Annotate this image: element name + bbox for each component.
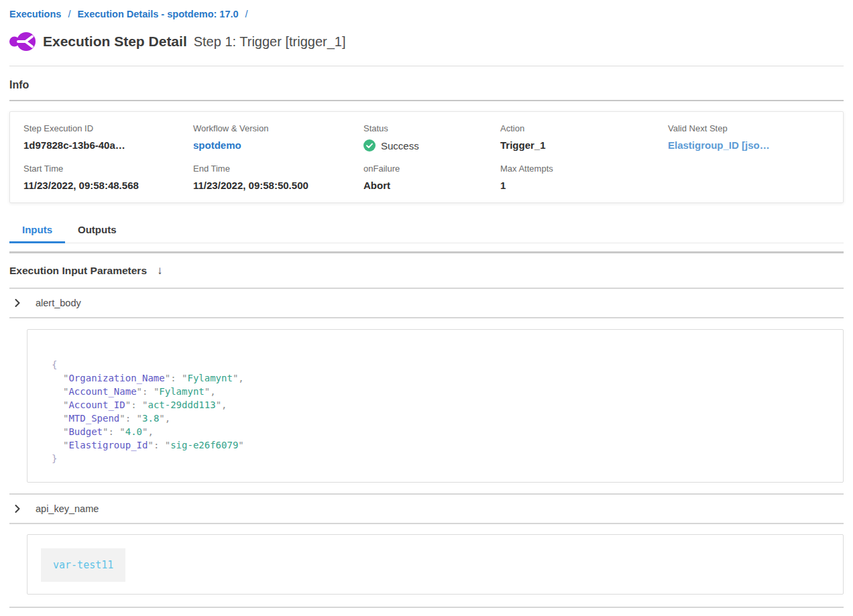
status-text: Success <box>381 140 419 151</box>
field-label: Action <box>500 123 668 133</box>
field-status: Status Success <box>363 123 500 151</box>
field-workflow-version: Workflow & Version spotdemo <box>193 123 363 151</box>
breadcrumb-separator: / <box>68 9 70 19</box>
section-label: alert_body <box>36 298 81 308</box>
success-check-icon <box>363 139 376 151</box>
field-value: 11/23/2022, 09:58:50.500 <box>193 180 363 191</box>
execution-input-parameters-header: Execution Input Parameters ↓ <box>9 253 844 288</box>
field-label: Start Time <box>23 164 193 174</box>
tab-inputs[interactable]: Inputs <box>9 220 65 243</box>
field-start-time: Start Time 11/23/2022, 09:58:48.568 <box>23 164 193 191</box>
section-api-key-value[interactable]: api_key_value <box>9 608 844 616</box>
field-empty <box>668 164 830 191</box>
page-title: Execution Step Detail <box>43 34 187 50</box>
info-divider <box>9 100 844 101</box>
download-arrow-icon[interactable]: ↓ <box>157 264 163 278</box>
divider <box>9 317 844 318</box>
breadcrumb: Executions / Execution Details - spotdem… <box>9 8 844 20</box>
tab-outputs[interactable]: Outputs <box>65 220 129 243</box>
api-key-name-chip: var-test11 <box>41 548 125 582</box>
api-key-name-value-box: var-test11 <box>27 534 844 595</box>
chevron-right-icon <box>13 505 21 513</box>
field-end-time: End Time 11/23/2022, 09:58:50.500 <box>193 164 363 191</box>
alert-body-code-box: {"Organization_Name": "Fylamynt","Accoun… <box>27 329 844 483</box>
header-divider <box>9 66 844 66</box>
field-label: onFailure <box>363 164 500 174</box>
field-value: Trigger_1 <box>500 139 668 151</box>
field-value: Abort <box>363 180 500 191</box>
workflow-link[interactable]: spotdemo <box>193 139 363 151</box>
page-header: Execution Step Detail Step 1: Trigger [t… <box>9 32 844 52</box>
field-value: 1d97828c-13b6-40a… <box>23 139 193 151</box>
breadcrumb-execution-details[interactable]: Execution Details - spotdemo: 17.0 <box>77 9 238 19</box>
fylamynt-logo-icon <box>9 32 36 52</box>
breadcrumb-separator: / <box>245 9 248 19</box>
field-label: Workflow & Version <box>193 123 363 133</box>
page-subtitle: Step 1: Trigger [trigger_1] <box>194 34 346 50</box>
field-valid-next-step: Valid Next Step Elastigroup_ID [jso… <box>668 123 830 151</box>
field-max-attempts: Max Attempts 1 <box>500 164 668 191</box>
field-label: Valid Next Step <box>668 123 830 133</box>
field-action: Action Trigger_1 <box>500 123 668 151</box>
divider <box>9 523 844 524</box>
chevron-right-icon <box>13 299 21 307</box>
breadcrumb-executions[interactable]: Executions <box>9 9 61 19</box>
section-api-key-name[interactable]: api_key_name <box>9 495 844 523</box>
json-code: {"Organization_Name": "Fylamynt","Accoun… <box>52 358 819 465</box>
info-heading: Info <box>9 79 844 91</box>
field-label: Max Attempts <box>500 164 668 174</box>
info-card: Step Execution ID 1d97828c-13b6-40a… Wor… <box>9 111 844 203</box>
field-step-execution-id: Step Execution ID 1d97828c-13b6-40a… <box>23 123 193 151</box>
section-alert-body[interactable]: alert_body <box>9 289 844 317</box>
field-label: Step Execution ID <box>23 123 193 133</box>
section-label: api_key_name <box>36 503 99 514</box>
field-label: End Time <box>193 164 363 174</box>
field-value: 11/23/2022, 09:58:48.568 <box>23 180 193 191</box>
field-value: 1 <box>500 180 668 191</box>
params-title: Execution Input Parameters <box>9 265 147 277</box>
tabs: Inputs Outputs <box>9 220 844 243</box>
field-onfailure: onFailure Abort <box>363 164 500 191</box>
field-label: Status <box>363 123 500 133</box>
next-step-link[interactable]: Elastigroup_ID [jso… <box>668 139 830 151</box>
